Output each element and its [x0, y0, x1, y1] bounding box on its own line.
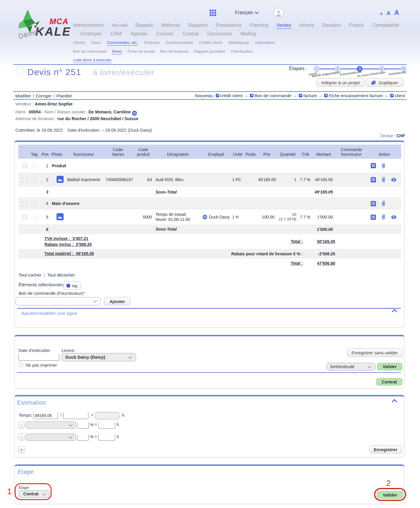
- hours-input-2[interactable]: [98, 434, 115, 441]
- row-checkbox[interactable]: [22, 215, 27, 219]
- view-employee-icon[interactable]: [203, 215, 207, 219]
- detail-icon[interactable]: [371, 214, 376, 220]
- valider-button[interactable]: Valider: [377, 363, 402, 370]
- apps-grid-icon[interactable]: [210, 10, 216, 16]
- percent-input-2[interactable]: [77, 434, 89, 441]
- nav-item-statistiques[interactable]: Statistiques: [228, 40, 249, 46]
- nav-item-crm[interactable]: CRM: [110, 31, 122, 37]
- row-radio[interactable]: [32, 215, 37, 219]
- nouveau-link-bon-de-commande[interactable]: Bon de commande: [250, 93, 292, 98]
- add-line-link[interactable]: Ajouter/modifier une ligne: [22, 311, 77, 316]
- detail-icon[interactable]: [371, 201, 376, 206]
- nav-item-rapports[interactable]: Rapports: [188, 22, 208, 29]
- temps-input[interactable]: [33, 412, 58, 419]
- nav-item-achats[interactable]: Achats: [299, 22, 314, 29]
- nav-item-bon-de-livraison[interactable]: Bon de livraison: [160, 49, 188, 54]
- link-corriger[interactable]: Corriger: [36, 93, 52, 98]
- nav-item-factures[interactable]: Factures: [144, 40, 160, 46]
- duplicate-button[interactable]: Dupliquer: [366, 78, 404, 87]
- nav-item-planning[interactable]: Planning: [249, 22, 268, 29]
- nav-item-liste-devis-ex-cuter[interactable]: Liste devis à exécuter: [73, 58, 112, 63]
- collapse-icon[interactable]: [392, 309, 397, 312]
- estimation-select-1[interactable]: [26, 421, 76, 429]
- nav-item-rapport-journalier[interactable]: Rapport journalier: [194, 49, 226, 54]
- tag-button[interactable]: tag: [64, 282, 81, 290]
- nav-item-prestataires[interactable]: Prestataires: [216, 22, 242, 29]
- hours-input-1[interactable]: [98, 422, 115, 428]
- row-radio[interactable]: [32, 163, 37, 168]
- row-radio[interactable]: [32, 201, 37, 206]
- detail-icon[interactable]: [371, 163, 376, 168]
- detail-icon[interactable]: [371, 177, 376, 183]
- attachment-icon[interactable]: [382, 201, 385, 206]
- status-select[interactable]: livré/exécuté: [327, 363, 376, 370]
- nouveau-link-client[interactable]: client: [390, 93, 405, 98]
- attachment-icon[interactable]: [382, 214, 385, 220]
- nav-item-projets[interactable]: Projets: [349, 22, 364, 29]
- nav-item-comptabilit-[interactable]: Comptabilité: [372, 22, 399, 29]
- link-modifier[interactable]: Modifier: [15, 93, 31, 98]
- nav-item-importation[interactable]: Importation: [255, 40, 275, 46]
- nav-item-webmail[interactable]: Webmail: [161, 22, 180, 29]
- nav-item-dossiers[interactable]: Dossiers: [322, 22, 341, 29]
- language-selector[interactable]: Français: [235, 10, 253, 15]
- font-size-large[interactable]: A: [394, 9, 399, 17]
- nav-item-agenda[interactable]: Agenda: [130, 31, 147, 37]
- integrate-project-button[interactable]: Intégrer à un projet: [317, 78, 364, 87]
- nav-item-contrat[interactable]: Contrat: [183, 31, 199, 37]
- nav-item-encaissements[interactable]: Encaissements: [166, 40, 193, 46]
- enregistrer-button[interactable]: Enregistrer: [369, 446, 402, 454]
- avatar[interactable]: [274, 8, 284, 18]
- photo-icon[interactable]: [57, 213, 64, 220]
- attachment-icon[interactable]: [382, 177, 385, 183]
- step-1[interactable]: 1: [314, 66, 320, 72]
- nav-item-dons[interactable]: Dons: [91, 40, 101, 46]
- nav-item-clients[interactable]: Clients: [73, 40, 85, 46]
- collapse-icon[interactable]: [392, 399, 397, 402]
- save-without-validate-button[interactable]: Enregistrer sans valider: [347, 348, 402, 357]
- add-row-button[interactable]: +: [18, 446, 25, 453]
- percent-input-1[interactable]: [77, 422, 89, 428]
- nav-item-accueil[interactable]: Accueil: [112, 22, 128, 29]
- nav-item-courrier[interactable]: Courrier: [156, 31, 174, 37]
- nav-item-planification[interactable]: Planification: [231, 49, 253, 54]
- contrat-button[interactable]: Contrat: [376, 378, 402, 385]
- nav-item-fiche-de-travail[interactable]: Fiche de travail: [128, 49, 155, 54]
- livreur-select[interactable]: Duck Daisy (Daisy): [62, 353, 136, 361]
- nav-item-bon-de-commande[interactable]: Bon de commande: [73, 49, 106, 54]
- font-size-small[interactable]: A: [380, 11, 383, 16]
- no-print-checkbox[interactable]: [19, 363, 23, 367]
- nav-item-rappels[interactable]: Rappels: [135, 22, 153, 29]
- row-checkbox[interactable]: [22, 201, 27, 206]
- row-checkbox[interactable]: [22, 163, 27, 168]
- nav-item-mailing[interactable]: Mailing: [241, 31, 256, 37]
- nav-item-documents[interactable]: Documents: [207, 31, 232, 37]
- link-planifier[interactable]: Planifier: [56, 93, 72, 98]
- view-icon[interactable]: [391, 215, 397, 219]
- bon-commande-select[interactable]: [16, 297, 100, 305]
- remove-row-button[interactable]: -: [18, 433, 25, 441]
- row-checkbox[interactable]: [22, 177, 27, 182]
- deselect-all-link[interactable]: Tout décocher: [47, 272, 75, 277]
- nouveau-link-fiche-encaissement-facture[interactable]: Fiche encaissement facture: [324, 93, 383, 98]
- view-client-icon[interactable]: [132, 110, 137, 115]
- view-icon[interactable]: [391, 178, 397, 182]
- nouveau-link-facture[interactable]: facture: [299, 93, 317, 98]
- remove-row-button[interactable]: -: [18, 421, 25, 428]
- row-radio[interactable]: [32, 177, 37, 182]
- divisor-input[interactable]: [63, 412, 88, 419]
- select-all-link[interactable]: Tout cocher: [19, 272, 42, 277]
- nav-item-employ-s[interactable]: Employés: [80, 31, 102, 37]
- estimation-select-2[interactable]: [26, 433, 76, 441]
- nouveau-link-cr-dit-client[interactable]: crédit client: [216, 93, 243, 98]
- nav-item-devis[interactable]: Devis: [112, 49, 122, 54]
- ajouter-button[interactable]: Ajouter: [104, 297, 130, 305]
- nav-item-cr-dits-client[interactable]: Crédits client: [199, 40, 222, 46]
- font-size-controls[interactable]: A A A: [380, 9, 406, 17]
- nav-item-commandes-etc-[interactable]: Commandes, etc.: [107, 40, 138, 46]
- date-execution-input[interactable]: [19, 354, 59, 361]
- nav-item-ventes[interactable]: Ventes: [276, 22, 291, 29]
- font-size-medium[interactable]: A: [386, 10, 390, 16]
- attachment-icon[interactable]: [382, 163, 385, 169]
- photo-icon[interactable]: [57, 176, 64, 183]
